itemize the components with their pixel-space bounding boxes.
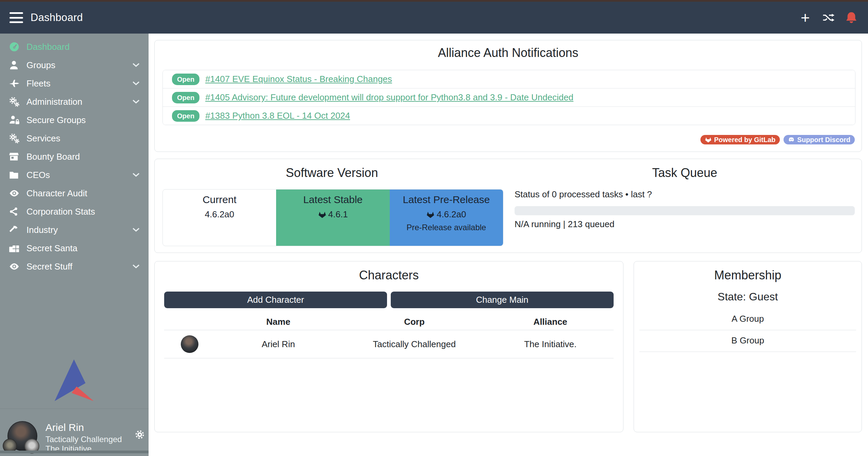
add-character-button[interactable]: Add Character — [164, 292, 387, 308]
sidebar-bottom-strip — [0, 451, 149, 453]
membership-state: State: Guest — [634, 291, 862, 303]
sidebar-item-secret-stuff[interactable]: Secret Stuff — [0, 257, 149, 276]
sidebar-item-fleets[interactable]: Fleets — [0, 74, 149, 93]
notification-row: Open #1405 Advisory: Future development … — [163, 88, 855, 106]
sidebar-item-groups[interactable]: Groups — [0, 56, 149, 74]
character-alliance: The Initiative. — [487, 339, 614, 350]
powered-by-gitlab-badge[interactable]: Powered by GitLab — [700, 135, 780, 144]
chevron-down-icon — [131, 98, 141, 105]
notifications-panel: Alliance Auth Notifications Open #1407 E… — [154, 40, 862, 152]
notification-row: Open #1383 Python 3.8 EOL - 14 Oct 2024 — [163, 106, 855, 125]
sidebar: Dashboard Groups Fleets — [0, 34, 149, 456]
notification-link[interactable]: #1383 Python 3.8 EOL - 14 Oct 2024 — [205, 111, 350, 121]
sidebar-item-ceos[interactable]: CEOs — [0, 166, 149, 184]
sidebar-item-bounty-board[interactable]: Bounty Board — [0, 147, 149, 166]
version-taskqueue-panel: Software Version Current 4.6.2a0 Latest … — [154, 159, 862, 253]
character-corp: Tactically Challenged — [342, 339, 487, 350]
support-discord-badge[interactable]: Support Discord — [784, 135, 855, 144]
characters-table-header: Name Corp Alliance — [164, 314, 614, 330]
status-badge: Open — [172, 110, 199, 122]
tachometer-icon — [9, 41, 22, 53]
characters-title: Characters — [155, 268, 623, 282]
sidebar-item-character-audit[interactable]: Character Audit — [0, 184, 149, 202]
task-queue-progressbar — [515, 206, 855, 215]
user-card: Ariel Rin Tactically Challenged The Init… — [0, 409, 149, 453]
characters-panel: Characters Add Character Change Main Nam… — [154, 261, 623, 432]
discord-icon — [788, 136, 795, 143]
sidebar-item-administration[interactable]: Administration — [0, 93, 149, 111]
name-column-header: Name — [215, 317, 342, 327]
gitlab-fox-icon — [426, 211, 435, 219]
membership-groups-list: A Group B Group — [639, 309, 856, 352]
alliance-column-header: Alliance — [487, 317, 614, 327]
chevron-down-icon — [131, 80, 141, 87]
notifications-list: Open #1407 EVE Equinox Status - Breaking… — [162, 70, 855, 125]
page-title: Dashboard — [31, 12, 83, 24]
share-icon — [9, 206, 22, 217]
change-main-button[interactable]: Change Main — [391, 292, 614, 308]
gitlab-fox-icon — [318, 211, 326, 219]
membership-group-item: A Group — [639, 309, 856, 330]
gitlab-fox-icon — [705, 136, 712, 143]
membership-group-item: B Group — [639, 330, 856, 352]
status-badge: Open — [172, 74, 199, 85]
task-queue-status: Status of 0 processed tasks • last ? — [515, 189, 855, 200]
settings-gear-icon[interactable] — [134, 429, 145, 440]
notification-link[interactable]: #1407 EVE Equinox Status - Breaking Chan… — [205, 74, 392, 84]
user-lock-icon — [9, 114, 22, 126]
character-portrait — [181, 335, 198, 353]
membership-panel: Membership State: Guest A Group B Group — [634, 261, 862, 432]
eye-icon — [9, 261, 22, 272]
user-corp: Tactically Challenged — [45, 435, 122, 444]
alliance-auth-logo — [54, 358, 95, 402]
hammer-icon — [9, 224, 22, 236]
notification-link[interactable]: #1405 Advisory: Future development will … — [205, 92, 573, 103]
membership-title: Membership — [634, 268, 862, 282]
main-content: Alliance Auth Notifications Open #1407 E… — [149, 34, 868, 456]
gears-icon — [9, 133, 22, 144]
user-icon — [9, 59, 22, 71]
notification-row: Open #1407 EVE Equinox Status - Breaking… — [163, 70, 855, 88]
character-name: Ariel Rin — [215, 339, 342, 350]
store-icon — [9, 151, 22, 162]
task-queue-section: Task Queue Status of 0 processed tasks •… — [509, 159, 862, 253]
task-queue-title: Task Queue — [515, 166, 855, 180]
task-queue-counts: N/A running | 213 queued — [515, 219, 855, 230]
sidebar-item-services[interactable]: Services — [0, 129, 149, 147]
top-navbar: Dashboard + — [0, 2, 868, 34]
eye-icon — [9, 187, 22, 199]
gifts-icon — [9, 242, 22, 254]
chevron-down-icon — [131, 226, 141, 234]
fighter-jet-icon — [9, 78, 22, 89]
sidebar-item-secret-santa[interactable]: Secret Santa — [0, 239, 149, 257]
notifications-title: Alliance Auth Notifications — [155, 46, 862, 60]
user-name: Ariel Rin — [45, 422, 84, 433]
sidebar-item-corporation-stats[interactable]: Corporation Stats — [0, 202, 149, 221]
characters-table: Name Corp Alliance Ariel Rin Tactically … — [164, 314, 614, 358]
notifications-bell-icon[interactable] — [845, 11, 858, 24]
software-version-section: Software Version Current 4.6.2a0 Latest … — [155, 159, 509, 253]
character-row: Ariel Rin Tactically Challenged The Init… — [164, 330, 614, 358]
version-cell-prerelease: Latest Pre-Release 4.6.2a0 Pre-Release a… — [390, 190, 503, 246]
status-badge: Open — [172, 92, 199, 103]
version-cell-current: Current 4.6.2a0 — [163, 190, 276, 246]
add-character-icon[interactable]: + — [799, 11, 812, 24]
sidebar-item-industry[interactable]: Industry — [0, 221, 149, 239]
sidebar-item-dashboard[interactable]: Dashboard — [0, 38, 149, 56]
folder-icon — [9, 169, 22, 181]
shuffle-icon[interactable] — [822, 11, 835, 24]
corp-column-header: Corp — [342, 317, 487, 327]
version-box: Current 4.6.2a0 Latest Stable 4.6.1 Late… — [162, 189, 503, 246]
sidebar-item-secure-groups[interactable]: Secure Groups — [0, 111, 149, 129]
gears-icon — [9, 96, 22, 107]
chevron-down-icon — [131, 263, 141, 270]
chevron-down-icon — [131, 61, 141, 69]
version-cell-stable: Latest Stable 4.6.1 — [276, 190, 389, 246]
menu-toggle-icon[interactable] — [9, 12, 23, 23]
software-version-title: Software Version — [155, 166, 509, 180]
chevron-down-icon — [131, 171, 141, 179]
